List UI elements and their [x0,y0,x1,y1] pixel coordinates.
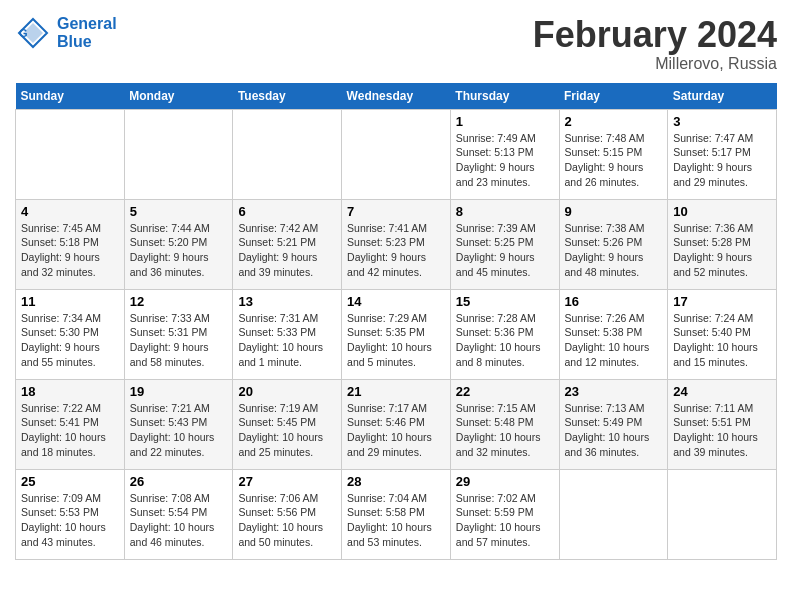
day-info: Sunrise: 7:34 AMSunset: 5:30 PMDaylight:… [21,311,119,370]
calendar-cell: 18Sunrise: 7:22 AMSunset: 5:41 PMDayligh… [16,379,125,469]
calendar-cell [342,109,451,199]
day-number: 28 [347,474,445,489]
calendar-cell: 26Sunrise: 7:08 AMSunset: 5:54 PMDayligh… [124,469,233,559]
calendar-cell: 10Sunrise: 7:36 AMSunset: 5:28 PMDayligh… [668,199,777,289]
day-info: Sunrise: 7:38 AMSunset: 5:26 PMDaylight:… [565,221,663,280]
title-block: February 2024 Millerovo, Russia [533,15,777,73]
calendar-cell: 13Sunrise: 7:31 AMSunset: 5:33 PMDayligh… [233,289,342,379]
weekday-header-tuesday: Tuesday [233,83,342,110]
day-info: Sunrise: 7:45 AMSunset: 5:18 PMDaylight:… [21,221,119,280]
day-info: Sunrise: 7:08 AMSunset: 5:54 PMDaylight:… [130,491,228,550]
calendar-cell: 14Sunrise: 7:29 AMSunset: 5:35 PMDayligh… [342,289,451,379]
calendar-cell: 8Sunrise: 7:39 AMSunset: 5:25 PMDaylight… [450,199,559,289]
day-number: 26 [130,474,228,489]
calendar-cell [124,109,233,199]
calendar-cell: 16Sunrise: 7:26 AMSunset: 5:38 PMDayligh… [559,289,668,379]
calendar-week-row: 11Sunrise: 7:34 AMSunset: 5:30 PMDayligh… [16,289,777,379]
calendar-cell: 12Sunrise: 7:33 AMSunset: 5:31 PMDayligh… [124,289,233,379]
day-info: Sunrise: 7:42 AMSunset: 5:21 PMDaylight:… [238,221,336,280]
calendar-cell: 27Sunrise: 7:06 AMSunset: 5:56 PMDayligh… [233,469,342,559]
weekday-header-saturday: Saturday [668,83,777,110]
day-number: 1 [456,114,554,129]
day-info: Sunrise: 7:06 AMSunset: 5:56 PMDaylight:… [238,491,336,550]
day-info: Sunrise: 7:21 AMSunset: 5:43 PMDaylight:… [130,401,228,460]
day-info: Sunrise: 7:49 AMSunset: 5:13 PMDaylight:… [456,131,554,190]
calendar-cell: 3Sunrise: 7:47 AMSunset: 5:17 PMDaylight… [668,109,777,199]
day-number: 23 [565,384,663,399]
calendar-cell [559,469,668,559]
calendar-cell: 29Sunrise: 7:02 AMSunset: 5:59 PMDayligh… [450,469,559,559]
day-number: 13 [238,294,336,309]
day-number: 5 [130,204,228,219]
day-info: Sunrise: 7:09 AMSunset: 5:53 PMDaylight:… [21,491,119,550]
calendar-cell: 15Sunrise: 7:28 AMSunset: 5:36 PMDayligh… [450,289,559,379]
day-info: Sunrise: 7:04 AMSunset: 5:58 PMDaylight:… [347,491,445,550]
calendar-cell: 5Sunrise: 7:44 AMSunset: 5:20 PMDaylight… [124,199,233,289]
calendar-cell: 1Sunrise: 7:49 AMSunset: 5:13 PMDaylight… [450,109,559,199]
day-info: Sunrise: 7:47 AMSunset: 5:17 PMDaylight:… [673,131,771,190]
day-number: 19 [130,384,228,399]
day-info: Sunrise: 7:29 AMSunset: 5:35 PMDaylight:… [347,311,445,370]
location-subtitle: Millerovo, Russia [533,55,777,73]
calendar-cell: 28Sunrise: 7:04 AMSunset: 5:58 PMDayligh… [342,469,451,559]
calendar-cell: 6Sunrise: 7:42 AMSunset: 5:21 PMDaylight… [233,199,342,289]
day-number: 24 [673,384,771,399]
weekday-header-wednesday: Wednesday [342,83,451,110]
calendar-cell: 20Sunrise: 7:19 AMSunset: 5:45 PMDayligh… [233,379,342,469]
calendar-cell: 17Sunrise: 7:24 AMSunset: 5:40 PMDayligh… [668,289,777,379]
weekday-header-monday: Monday [124,83,233,110]
calendar-week-row: 4Sunrise: 7:45 AMSunset: 5:18 PMDaylight… [16,199,777,289]
calendar-cell: 25Sunrise: 7:09 AMSunset: 5:53 PMDayligh… [16,469,125,559]
day-number: 4 [21,204,119,219]
day-number: 12 [130,294,228,309]
calendar-cell [233,109,342,199]
calendar-cell: 22Sunrise: 7:15 AMSunset: 5:48 PMDayligh… [450,379,559,469]
page-header: G General Blue February 2024 Millerovo, … [15,15,777,73]
calendar-table: SundayMondayTuesdayWednesdayThursdayFrid… [15,83,777,560]
day-number: 18 [21,384,119,399]
day-number: 9 [565,204,663,219]
calendar-cell: 7Sunrise: 7:41 AMSunset: 5:23 PMDaylight… [342,199,451,289]
day-info: Sunrise: 7:36 AMSunset: 5:28 PMDaylight:… [673,221,771,280]
day-info: Sunrise: 7:11 AMSunset: 5:51 PMDaylight:… [673,401,771,460]
calendar-cell: 11Sunrise: 7:34 AMSunset: 5:30 PMDayligh… [16,289,125,379]
day-info: Sunrise: 7:39 AMSunset: 5:25 PMDaylight:… [456,221,554,280]
day-number: 25 [21,474,119,489]
day-number: 3 [673,114,771,129]
day-number: 10 [673,204,771,219]
day-info: Sunrise: 7:22 AMSunset: 5:41 PMDaylight:… [21,401,119,460]
day-info: Sunrise: 7:17 AMSunset: 5:46 PMDaylight:… [347,401,445,460]
day-number: 2 [565,114,663,129]
calendar-cell [16,109,125,199]
weekday-header-sunday: Sunday [16,83,125,110]
day-info: Sunrise: 7:33 AMSunset: 5:31 PMDaylight:… [130,311,228,370]
day-info: Sunrise: 7:44 AMSunset: 5:20 PMDaylight:… [130,221,228,280]
calendar-week-row: 1Sunrise: 7:49 AMSunset: 5:13 PMDaylight… [16,109,777,199]
day-info: Sunrise: 7:19 AMSunset: 5:45 PMDaylight:… [238,401,336,460]
day-number: 27 [238,474,336,489]
day-info: Sunrise: 7:31 AMSunset: 5:33 PMDaylight:… [238,311,336,370]
weekday-header-row: SundayMondayTuesdayWednesdayThursdayFrid… [16,83,777,110]
calendar-cell: 2Sunrise: 7:48 AMSunset: 5:15 PMDaylight… [559,109,668,199]
day-info: Sunrise: 7:48 AMSunset: 5:15 PMDaylight:… [565,131,663,190]
day-number: 16 [565,294,663,309]
day-number: 14 [347,294,445,309]
svg-text:G: G [19,27,28,39]
day-number: 20 [238,384,336,399]
day-number: 21 [347,384,445,399]
calendar-week-row: 18Sunrise: 7:22 AMSunset: 5:41 PMDayligh… [16,379,777,469]
weekday-header-friday: Friday [559,83,668,110]
calendar-cell: 9Sunrise: 7:38 AMSunset: 5:26 PMDaylight… [559,199,668,289]
logo-text: General Blue [57,15,117,51]
weekday-header-thursday: Thursday [450,83,559,110]
day-number: 22 [456,384,554,399]
day-info: Sunrise: 7:24 AMSunset: 5:40 PMDaylight:… [673,311,771,370]
day-number: 17 [673,294,771,309]
day-number: 8 [456,204,554,219]
logo-icon: G [15,15,51,51]
day-number: 7 [347,204,445,219]
calendar-cell: 21Sunrise: 7:17 AMSunset: 5:46 PMDayligh… [342,379,451,469]
calendar-cell: 24Sunrise: 7:11 AMSunset: 5:51 PMDayligh… [668,379,777,469]
calendar-cell [668,469,777,559]
day-info: Sunrise: 7:13 AMSunset: 5:49 PMDaylight:… [565,401,663,460]
